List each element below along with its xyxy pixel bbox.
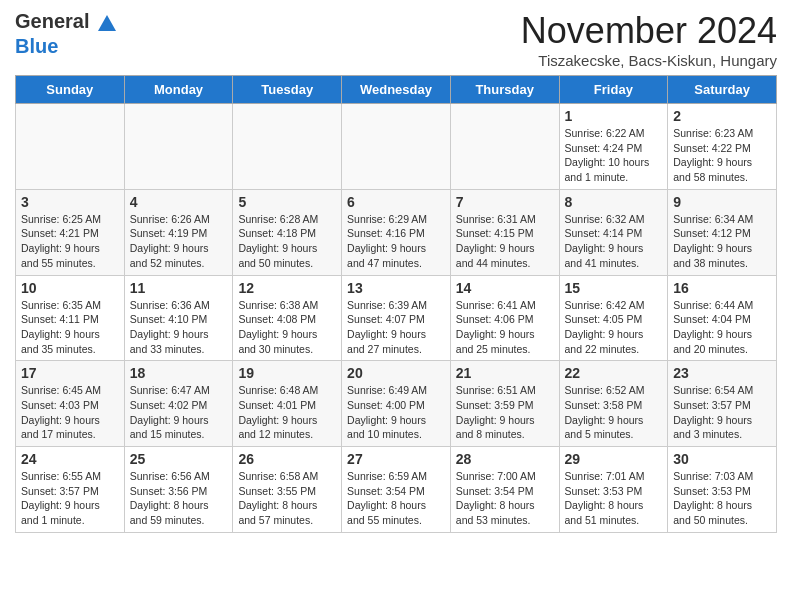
day-info: Sunrise: 6:31 AM Sunset: 4:15 PM Dayligh… [456, 212, 554, 271]
day-number: 6 [347, 194, 445, 210]
day-info: Sunrise: 6:34 AM Sunset: 4:12 PM Dayligh… [673, 212, 771, 271]
logo-icon [96, 13, 118, 35]
day-number: 30 [673, 451, 771, 467]
calendar-week-2: 10Sunrise: 6:35 AM Sunset: 4:11 PM Dayli… [16, 275, 777, 361]
calendar-cell: 15Sunrise: 6:42 AM Sunset: 4:05 PM Dayli… [559, 275, 668, 361]
col-wednesday: Wednesday [342, 76, 451, 104]
day-info: Sunrise: 6:39 AM Sunset: 4:07 PM Dayligh… [347, 298, 445, 357]
calendar-cell: 12Sunrise: 6:38 AM Sunset: 4:08 PM Dayli… [233, 275, 342, 361]
day-info: Sunrise: 7:01 AM Sunset: 3:53 PM Dayligh… [565, 469, 663, 528]
header: General Blue November 2024 Tiszakecske, … [15, 10, 777, 69]
day-number: 25 [130, 451, 228, 467]
day-number: 23 [673, 365, 771, 381]
calendar-cell: 1Sunrise: 6:22 AM Sunset: 4:24 PM Daylig… [559, 104, 668, 190]
day-number: 13 [347, 280, 445, 296]
calendar-cell: 6Sunrise: 6:29 AM Sunset: 4:16 PM Daylig… [342, 189, 451, 275]
day-number: 16 [673, 280, 771, 296]
title-block: November 2024 Tiszakecske, Bacs-Kiskun, … [521, 10, 777, 69]
calendar-cell: 21Sunrise: 6:51 AM Sunset: 3:59 PM Dayli… [450, 361, 559, 447]
calendar-week-1: 3Sunrise: 6:25 AM Sunset: 4:21 PM Daylig… [16, 189, 777, 275]
day-number: 10 [21, 280, 119, 296]
day-info: Sunrise: 6:26 AM Sunset: 4:19 PM Dayligh… [130, 212, 228, 271]
day-number: 12 [238, 280, 336, 296]
day-info: Sunrise: 6:42 AM Sunset: 4:05 PM Dayligh… [565, 298, 663, 357]
col-tuesday: Tuesday [233, 76, 342, 104]
day-info: Sunrise: 6:36 AM Sunset: 4:10 PM Dayligh… [130, 298, 228, 357]
day-number: 27 [347, 451, 445, 467]
day-info: Sunrise: 6:55 AM Sunset: 3:57 PM Dayligh… [21, 469, 119, 528]
day-number: 9 [673, 194, 771, 210]
day-info: Sunrise: 6:35 AM Sunset: 4:11 PM Dayligh… [21, 298, 119, 357]
day-info: Sunrise: 6:22 AM Sunset: 4:24 PM Dayligh… [565, 126, 663, 185]
svg-marker-0 [98, 15, 116, 31]
day-number: 11 [130, 280, 228, 296]
day-info: Sunrise: 6:32 AM Sunset: 4:14 PM Dayligh… [565, 212, 663, 271]
calendar-cell: 28Sunrise: 7:00 AM Sunset: 3:54 PM Dayli… [450, 447, 559, 533]
day-info: Sunrise: 6:59 AM Sunset: 3:54 PM Dayligh… [347, 469, 445, 528]
day-number: 17 [21, 365, 119, 381]
calendar-cell: 11Sunrise: 6:36 AM Sunset: 4:10 PM Dayli… [124, 275, 233, 361]
day-info: Sunrise: 6:23 AM Sunset: 4:22 PM Dayligh… [673, 126, 771, 185]
calendar-cell: 3Sunrise: 6:25 AM Sunset: 4:21 PM Daylig… [16, 189, 125, 275]
day-info: Sunrise: 6:52 AM Sunset: 3:58 PM Dayligh… [565, 383, 663, 442]
calendar-cell [342, 104, 451, 190]
calendar-cell [233, 104, 342, 190]
calendar-cell [124, 104, 233, 190]
calendar-cell: 24Sunrise: 6:55 AM Sunset: 3:57 PM Dayli… [16, 447, 125, 533]
day-number: 26 [238, 451, 336, 467]
day-info: Sunrise: 6:58 AM Sunset: 3:55 PM Dayligh… [238, 469, 336, 528]
calendar-cell: 23Sunrise: 6:54 AM Sunset: 3:57 PM Dayli… [668, 361, 777, 447]
logo-general: General [15, 10, 89, 32]
day-number: 7 [456, 194, 554, 210]
day-info: Sunrise: 7:03 AM Sunset: 3:53 PM Dayligh… [673, 469, 771, 528]
calendar-cell: 26Sunrise: 6:58 AM Sunset: 3:55 PM Dayli… [233, 447, 342, 533]
calendar-cell: 19Sunrise: 6:48 AM Sunset: 4:01 PM Dayli… [233, 361, 342, 447]
day-info: Sunrise: 6:47 AM Sunset: 4:02 PM Dayligh… [130, 383, 228, 442]
calendar-cell: 25Sunrise: 6:56 AM Sunset: 3:56 PM Dayli… [124, 447, 233, 533]
day-number: 22 [565, 365, 663, 381]
day-info: Sunrise: 6:38 AM Sunset: 4:08 PM Dayligh… [238, 298, 336, 357]
calendar-cell: 18Sunrise: 6:47 AM Sunset: 4:02 PM Dayli… [124, 361, 233, 447]
calendar-cell: 30Sunrise: 7:03 AM Sunset: 3:53 PM Dayli… [668, 447, 777, 533]
day-info: Sunrise: 6:29 AM Sunset: 4:16 PM Dayligh… [347, 212, 445, 271]
calendar-cell: 13Sunrise: 6:39 AM Sunset: 4:07 PM Dayli… [342, 275, 451, 361]
calendar-cell: 10Sunrise: 6:35 AM Sunset: 4:11 PM Dayli… [16, 275, 125, 361]
subtitle: Tiszakecske, Bacs-Kiskun, Hungary [521, 52, 777, 69]
calendar-cell [16, 104, 125, 190]
day-info: Sunrise: 6:25 AM Sunset: 4:21 PM Dayligh… [21, 212, 119, 271]
day-number: 3 [21, 194, 119, 210]
calendar-cell [450, 104, 559, 190]
col-thursday: Thursday [450, 76, 559, 104]
col-friday: Friday [559, 76, 668, 104]
col-saturday: Saturday [668, 76, 777, 104]
month-title: November 2024 [521, 10, 777, 52]
day-info: Sunrise: 6:54 AM Sunset: 3:57 PM Dayligh… [673, 383, 771, 442]
day-number: 18 [130, 365, 228, 381]
day-info: Sunrise: 6:45 AM Sunset: 4:03 PM Dayligh… [21, 383, 119, 442]
day-number: 19 [238, 365, 336, 381]
logo: General Blue [15, 10, 120, 57]
day-info: Sunrise: 6:41 AM Sunset: 4:06 PM Dayligh… [456, 298, 554, 357]
calendar-cell: 8Sunrise: 6:32 AM Sunset: 4:14 PM Daylig… [559, 189, 668, 275]
day-number: 20 [347, 365, 445, 381]
calendar-cell: 9Sunrise: 6:34 AM Sunset: 4:12 PM Daylig… [668, 189, 777, 275]
day-number: 29 [565, 451, 663, 467]
calendar-cell: 4Sunrise: 6:26 AM Sunset: 4:19 PM Daylig… [124, 189, 233, 275]
day-info: Sunrise: 6:28 AM Sunset: 4:18 PM Dayligh… [238, 212, 336, 271]
day-info: Sunrise: 7:00 AM Sunset: 3:54 PM Dayligh… [456, 469, 554, 528]
calendar-cell: 17Sunrise: 6:45 AM Sunset: 4:03 PM Dayli… [16, 361, 125, 447]
calendar-table: Sunday Monday Tuesday Wednesday Thursday… [15, 75, 777, 533]
day-number: 5 [238, 194, 336, 210]
day-number: 15 [565, 280, 663, 296]
calendar-week-0: 1Sunrise: 6:22 AM Sunset: 4:24 PM Daylig… [16, 104, 777, 190]
calendar-cell: 16Sunrise: 6:44 AM Sunset: 4:04 PM Dayli… [668, 275, 777, 361]
calendar-week-4: 24Sunrise: 6:55 AM Sunset: 3:57 PM Dayli… [16, 447, 777, 533]
calendar-cell: 2Sunrise: 6:23 AM Sunset: 4:22 PM Daylig… [668, 104, 777, 190]
day-number: 21 [456, 365, 554, 381]
calendar-week-3: 17Sunrise: 6:45 AM Sunset: 4:03 PM Dayli… [16, 361, 777, 447]
day-number: 24 [21, 451, 119, 467]
col-sunday: Sunday [16, 76, 125, 104]
calendar-cell: 22Sunrise: 6:52 AM Sunset: 3:58 PM Dayli… [559, 361, 668, 447]
calendar-header-row: Sunday Monday Tuesday Wednesday Thursday… [16, 76, 777, 104]
day-number: 14 [456, 280, 554, 296]
